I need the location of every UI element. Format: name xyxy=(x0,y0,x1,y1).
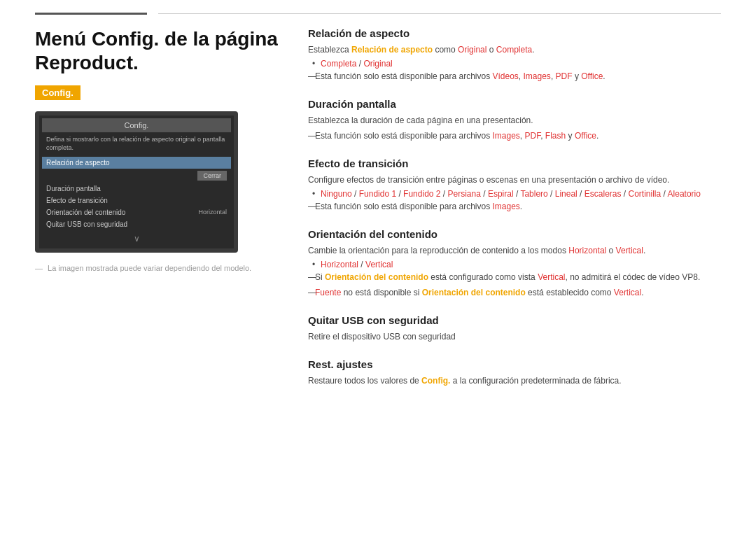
section-relacion-aspecto: Relación de aspecto Establezca Relación … xyxy=(308,27,721,83)
note-relacion: Esta función solo está disponible para a… xyxy=(308,70,721,83)
device-menu: Relación de aspecto Cerrar Duración pant… xyxy=(42,157,231,230)
device-mockup: Config. Defina si mostrarlo con la relac… xyxy=(35,111,238,252)
device-button-row: Cerrar xyxy=(42,169,231,183)
section-duracion: Duración pantalla Establezca la duración… xyxy=(308,98,721,142)
device-menu-item-4[interactable]: Orientación del contenido Horizontal xyxy=(42,206,231,218)
section-title-duracion: Duración pantalla xyxy=(308,98,721,110)
config-badge: Config. xyxy=(35,85,80,100)
section-title-usb: Quitar USB con seguridad xyxy=(308,314,721,326)
section-title-relacion: Relación de aspecto xyxy=(308,27,721,39)
left-column: Menú Config. de la página Reproduct. Con… xyxy=(35,27,280,402)
device-menu-item-5[interactable]: Quitar USB con seguridad xyxy=(42,218,231,230)
device-close-button[interactable]: Cerrar xyxy=(197,171,227,181)
note-orientacion-1: Si Orientación del contenido está config… xyxy=(308,271,721,283)
device-menu-item-3[interactable]: Efecto de transición xyxy=(42,195,231,206)
section-title-rest: Rest. ajustes xyxy=(308,358,721,370)
page-title: Menú Config. de la página Reproduct. xyxy=(35,27,280,74)
device-menu-item-1[interactable]: Relación de aspecto xyxy=(42,157,231,169)
device-note: — La imagen mostrada puede variar depend… xyxy=(35,264,280,272)
section-orientacion: Orientación del contenido Cambie la orie… xyxy=(308,228,721,299)
device-inner: Config. Defina si mostrarlo con la relac… xyxy=(39,115,234,248)
section-efecto: Efecto de transición Configure efectos d… xyxy=(308,157,721,213)
device-subtitle: Defina si mostrarlo con la relación de a… xyxy=(42,134,231,155)
device-menu-item-2[interactable]: Duración pantalla xyxy=(42,183,231,195)
right-column: Relación de aspecto Establezca Relación … xyxy=(308,27,721,402)
section-quitar-usb: Quitar USB con seguridad Retire el dispo… xyxy=(308,314,721,343)
menu-item-label-2: Duración pantalla xyxy=(46,185,101,192)
menu-item-value-4: Horizontal xyxy=(198,209,227,216)
section-text-rest: Restaure todos los valores de Config. a … xyxy=(308,374,721,387)
menu-item-label-3: Efecto de transición xyxy=(46,197,108,204)
section-rest-ajustes: Rest. ajustes Restaure todos los valores… xyxy=(308,358,721,387)
content-area: Menú Config. de la página Reproduct. Con… xyxy=(0,27,756,402)
section-text-usb: Retire el dispositivo USB con seguridad xyxy=(308,330,721,343)
device-titlebar: Config. xyxy=(42,118,231,132)
menu-item-label-1: Relación de aspecto xyxy=(46,159,110,167)
section-text-orientacion-1: Cambie la orientación para la reproducci… xyxy=(308,244,721,257)
section-title-efecto: Efecto de transición xyxy=(308,157,721,169)
bullet-orientacion: Horizontal / Vertical xyxy=(308,260,721,269)
section-text-duracion-1: Establezca la duración de cada página en… xyxy=(308,114,721,127)
section-text-relacion-1: Establezca Relación de aspecto como Orig… xyxy=(308,43,721,56)
menu-item-label-4: Orientación del contenido xyxy=(46,209,125,216)
note-duracion: Esta función solo está disponible para a… xyxy=(308,129,721,142)
note-orientacion-2: Fuente no está disponible si Orientación… xyxy=(308,286,721,299)
top-line-left xyxy=(35,13,147,15)
section-title-orientacion: Orientación del contenido xyxy=(308,228,721,240)
menu-item-label-5: Quitar USB con seguridad xyxy=(46,220,127,228)
top-bar xyxy=(0,0,756,15)
section-text-efecto-1: Configure efectos de transición entre pá… xyxy=(308,174,721,186)
device-chevron: ∨ xyxy=(42,232,231,246)
bullet-relacion: Completa / Original xyxy=(308,59,721,69)
bullet-efecto: Ninguno / Fundido 1 / Fundido 2 / Persia… xyxy=(308,189,721,199)
note-efecto: Esta función solo está disponible para a… xyxy=(308,200,721,213)
top-line-right xyxy=(158,13,721,14)
